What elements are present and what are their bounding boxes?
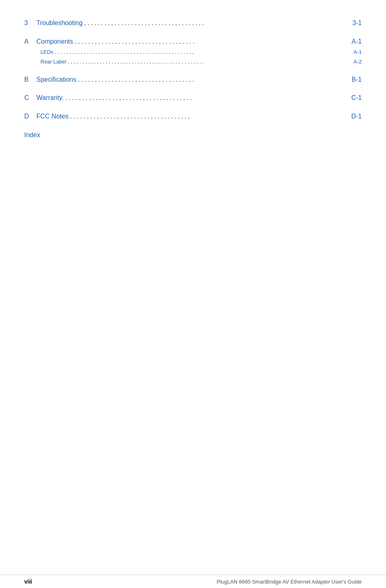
- toc-label-3: Troubleshooting: [36, 18, 83, 28]
- footer-title: PlugLAN 8660 SmartBridge AV Ethernet Ada…: [217, 579, 362, 585]
- toc-entry-leds[interactable]: LEDs . . . . . . . . . . . . . . . . . .…: [24, 48, 362, 57]
- toc-dots-d: . . . . . . . . . . . . . . . . . . . . …: [70, 112, 350, 121]
- toc-entry-chapter-b[interactable]: B Specifications . . . . . . . . . . . .…: [24, 74, 362, 85]
- toc-dots-b: . . . . . . . . . . . . . . . . . . . . …: [78, 75, 350, 85]
- toc-label-d: FCC Notes: [36, 111, 68, 122]
- toc-index-entry[interactable]: Index: [24, 131, 362, 139]
- toc-label-leds: LEDs: [40, 48, 53, 57]
- toc-entry-chapter-c[interactable]: C Warranty. . . . . . . . . . . . . . . …: [24, 93, 362, 103]
- toc-label-c: Warranty.: [36, 93, 64, 103]
- toc-dots-3: . . . . . . . . . . . . . . . . . . . . …: [84, 18, 351, 28]
- chapter-num-3: 3: [24, 18, 36, 28]
- toc-entry-chapter-3[interactable]: 3 Troubleshooting . . . . . . . . . . . …: [24, 18, 362, 28]
- toc-entry-chapter-d[interactable]: D FCC Notes . . . . . . . . . . . . . . …: [24, 111, 362, 122]
- toc-page-b: B-1: [352, 74, 362, 85]
- toc-entry-chapter-a[interactable]: A Components . . . . . . . . . . . . . .…: [24, 36, 362, 47]
- toc-entry-rear-label[interactable]: Rear Label . . . . . . . . . . . . . . .…: [24, 58, 362, 66]
- toc-page-rear-label: A-2: [354, 58, 362, 66]
- chapter-num-a: A: [24, 36, 36, 47]
- toc-dots-rear-label: . . . . . . . . . . . . . . . . . . . . …: [68, 58, 352, 66]
- toc-page-d: D-1: [351, 111, 362, 122]
- toc-dots-a: . . . . . . . . . . . . . . . . . . . . …: [75, 37, 350, 47]
- chapter-num-b: B: [24, 74, 36, 85]
- toc-page-3: 3-1: [352, 18, 362, 28]
- page-content: 3 Troubleshooting . . . . . . . . . . . …: [0, 0, 386, 566]
- toc-label-a: Components: [36, 36, 73, 47]
- toc-dots-leds: . . . . . . . . . . . . . . . . . . . . …: [55, 48, 352, 57]
- page-footer: viii PlugLAN 8660 SmartBridge AV Etherne…: [0, 575, 386, 588]
- toc-label-rear-label: Rear Label: [40, 58, 66, 66]
- toc-page-a: A-1: [352, 36, 362, 47]
- chapter-num-d: D: [24, 111, 36, 122]
- toc-label-b: Specifications: [36, 74, 76, 85]
- toc-dots-c: . . . . . . . . . . . . . . . . . . . . …: [66, 93, 350, 103]
- toc-page-c: C-1: [351, 93, 362, 103]
- toc-page-leds: A-1: [354, 48, 362, 57]
- chapter-num-c: C: [24, 93, 36, 103]
- index-label: Index: [24, 131, 40, 138]
- footer-page-number: viii: [24, 578, 32, 585]
